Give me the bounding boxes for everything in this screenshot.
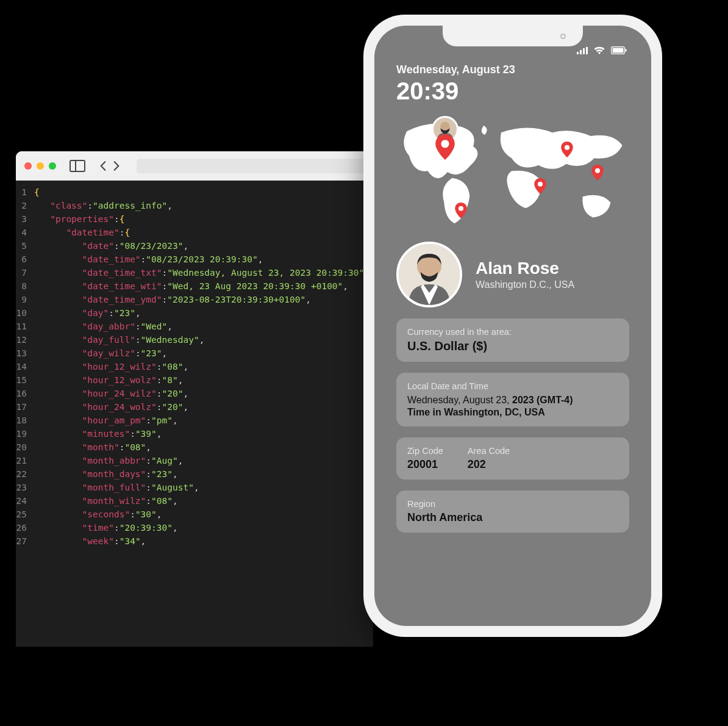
camera-icon [560, 34, 566, 39]
maximize-window-button[interactable] [49, 162, 56, 170]
localtime-place: Time in Washington, DC, USA [407, 407, 618, 418]
currency-label: Currency used in the area: [407, 327, 618, 337]
wifi-icon [594, 46, 605, 54]
region-card: Region North America [396, 491, 629, 533]
code-line: "date":"08/23/2023", [34, 239, 369, 253]
code-window: 1234567891011121314151617181920212223242… [16, 151, 373, 647]
codes-card: Zip Code 20001 Area Code 202 [396, 437, 629, 480]
phone-mockup: Wednesday, August 23 20:39 [363, 15, 662, 637]
code-line: "week":"34", [34, 534, 369, 548]
code-line: "time":"20:39:30", [34, 521, 369, 534]
svg-point-12 [459, 206, 463, 211]
world-map [396, 112, 629, 234]
sidebar-toggle-icon[interactable] [70, 160, 85, 172]
code-line: "date_time_txt":"Wednesday, August 23, 2… [34, 266, 369, 279]
battery-icon [611, 46, 627, 54]
code-line: { [34, 185, 369, 199]
status-date: Wednesday, August 23 [396, 63, 629, 76]
close-window-button[interactable] [24, 162, 32, 170]
map-pin[interactable] [591, 165, 604, 181]
profile-row: Alan Rose Washington D.C., USA [396, 242, 629, 307]
localtime-date: Wednesday, August 23, [407, 395, 510, 405]
code-line: "day_abbr":"Wed", [34, 320, 369, 333]
code-line: "hour_am_pm":"pm", [34, 414, 369, 427]
svg-rect-5 [613, 48, 624, 53]
zip-code-label: Zip Code [407, 446, 443, 456]
code-line: "date_time":"08/23/2023 20:39:30", [34, 253, 369, 266]
zip-code-value: 20001 [407, 458, 443, 471]
code-line: "month":"08", [34, 440, 369, 454]
svg-point-10 [595, 168, 600, 173]
code-line: "properties":{ [34, 212, 369, 226]
profile-location: Washington D.C., USA [476, 279, 574, 290]
svg-rect-0 [577, 52, 579, 54]
map-pin[interactable] [561, 142, 573, 157]
map-pin[interactable] [534, 178, 546, 194]
code-line: "seconds":"30", [34, 508, 369, 521]
code-line: "minutes":"39", [34, 427, 369, 440]
code-line: "month_abbr":"Aug", [34, 454, 369, 467]
localtime-tz: 2023 (GMT-4) [512, 395, 573, 405]
area-code-block: Area Code 202 [468, 446, 510, 471]
signal-icon [577, 47, 588, 54]
url-bar[interactable] [137, 159, 365, 173]
code-line: "month_wilz":"08", [34, 494, 369, 508]
status-bar-icons [577, 46, 627, 54]
code-line: "datetime":{ [34, 226, 369, 239]
code-line: "hour_24_wolz":"20", [34, 400, 369, 414]
nav-arrows [98, 160, 122, 171]
currency-value: U.S. Dollar ($) [407, 339, 618, 353]
window-traffic-lights [24, 162, 56, 170]
svg-point-8 [441, 140, 449, 148]
code-line: "hour_12_wolz":"8", [34, 373, 369, 387]
area-code-label: Area Code [468, 446, 510, 456]
svg-point-11 [538, 182, 543, 187]
line-number-gutter: 1234567891011121314151617181920212223242… [16, 181, 30, 647]
profile-avatar[interactable] [396, 242, 462, 307]
code-line: "class":"address_info", [34, 199, 369, 212]
zip-code-block: Zip Code 20001 [407, 446, 443, 471]
area-code-value: 202 [468, 458, 510, 471]
svg-rect-3 [586, 47, 588, 54]
back-button[interactable] [98, 160, 109, 171]
minimize-window-button[interactable] [37, 162, 44, 170]
region-value: North America [407, 511, 618, 524]
code-content[interactable]: { "class":"address_info", "properties":{… [30, 181, 373, 647]
code-line: "hour_24_wilz":"20", [34, 387, 369, 400]
region-label: Region [407, 499, 618, 509]
svg-rect-6 [626, 49, 627, 52]
code-line: "date_time_ymd":"2023-08-23T20:39:30+010… [34, 293, 369, 306]
localtime-label: Local Date and Time [407, 381, 618, 391]
browser-titlebar [16, 151, 373, 181]
code-line: "day":"23", [34, 306, 369, 320]
map-pin[interactable] [455, 203, 467, 218]
code-line: "date_time_wti":"Wed, 23 Aug 2023 20:39:… [34, 279, 369, 293]
svg-point-9 [565, 145, 569, 150]
phone-screen: Wednesday, August 23 20:39 [374, 26, 651, 626]
status-clock: 20:39 [396, 77, 629, 105]
code-line: "day_full":"Wednesday", [34, 333, 369, 347]
svg-rect-1 [580, 50, 582, 54]
svg-rect-2 [583, 48, 585, 54]
forward-button[interactable] [111, 160, 122, 171]
code-editor[interactable]: 1234567891011121314151617181920212223242… [16, 181, 373, 647]
profile-name: Alan Rose [476, 259, 574, 278]
code-line: "hour_12_wilz":"08", [34, 360, 369, 373]
map-pin-primary[interactable] [435, 134, 455, 160]
code-line: "month_days":"23", [34, 467, 369, 481]
code-line: "month_full":"August", [34, 481, 369, 494]
phone-notch [443, 26, 583, 46]
localtime-card: Local Date and Time Wednesday, August 23… [396, 373, 629, 426]
profile-text: Alan Rose Washington D.C., USA [476, 259, 574, 290]
currency-card: Currency used in the area: U.S. Dollar (… [396, 318, 629, 362]
code-line: "day_wilz":"23", [34, 347, 369, 360]
